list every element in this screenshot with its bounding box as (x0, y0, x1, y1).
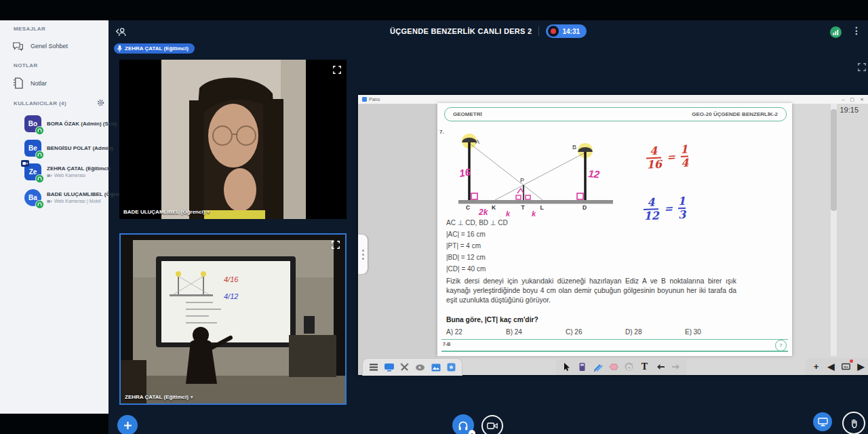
menu-icon[interactable] (368, 361, 379, 373)
page-navigation-toolbar: + ◀ ▶ (806, 358, 868, 375)
handwritten-ratio-red: 416 = 14 (646, 144, 689, 170)
svg-text:C: C (466, 204, 470, 211)
add-page-icon[interactable]: + (810, 361, 822, 372)
recording-time: 14:31 (562, 28, 580, 35)
chat-icon (12, 41, 24, 52)
users-section-header: KULLANICILAR (4) (14, 100, 66, 106)
document-scrollbar[interactable] (831, 104, 837, 356)
add-action-button[interactable] (117, 415, 138, 434)
tools-icon[interactable] (399, 361, 410, 373)
user-row[interactable]: Be BENGİSU POLAT (Admin) (24, 138, 106, 157)
user-name: BADE ULUÇAMLIBEL (Öğrenci) (47, 191, 128, 197)
board-pages-icon[interactable] (840, 361, 852, 372)
fullscreen-icon[interactable] (856, 61, 867, 73)
svg-text:B: B (572, 144, 576, 151)
svg-text:k: k (506, 210, 511, 217)
leave-participants-icon[interactable] (115, 26, 127, 37)
chevron-down-icon: ▾ (191, 395, 193, 400)
option-c[interactable]: C) 26 (566, 328, 625, 336)
fullscreen-icon[interactable] (330, 239, 341, 250)
next-page-icon[interactable]: ▶ (855, 361, 867, 372)
navigator-icon[interactable] (414, 361, 426, 373)
worksheet-header: GEOMETRİ GEO-20 ÜÇGENDE BENZERLİK-2 (444, 107, 787, 121)
recording-timer-pill[interactable]: 14:31 (546, 24, 587, 38)
shared-window: Pano –▢✕ 19:15 GEOMETRİ GEO-20 ÜÇGENDE B… (358, 95, 868, 375)
webcam-button[interactable] (481, 415, 503, 434)
svg-text:2k: 2k (478, 208, 489, 217)
headset-badge-icon (35, 151, 44, 159)
shared-screen-clock: 19:15 (840, 106, 859, 114)
given-line: |BD| = 12 cm (446, 252, 508, 263)
footer-rule-thick (441, 351, 788, 352)
screenshare-button[interactable] (813, 412, 832, 431)
svg-text:12: 12 (588, 167, 601, 180)
user-row[interactable]: Bo BORA ÖZAK (Admin) (Sen) (24, 114, 106, 133)
option-b[interactable]: B) 24 (506, 328, 566, 336)
undo-icon[interactable] (654, 361, 666, 372)
monitor-icon (818, 418, 828, 427)
whiteboard-left-toolbar (362, 358, 462, 376)
user-name: BENGİSU POLAT (Admin) (47, 145, 113, 151)
app-launcher-icon[interactable] (446, 361, 457, 373)
active-speaker-name: ZEHRA ÇATAL (Eğitimci) (125, 45, 189, 52)
video-tile-teacher[interactable]: 4/16 4/12 ZEHRA ÇATAL (Eğitimci)▾ (119, 233, 347, 405)
eraser-tool-icon[interactable] (608, 361, 619, 372)
question-number: 7. (439, 129, 444, 135)
user-row[interactable]: Ze ZEHRA ÇATAL (Eğitimci) Web Kamerası (24, 160, 106, 183)
window-controls[interactable]: –▢✕ (842, 97, 864, 102)
svg-text:k: k (532, 210, 536, 217)
webcam-icon (487, 422, 498, 430)
camera-mini-icon (47, 199, 52, 203)
close-icon: ✕ (860, 97, 864, 102)
user-name: BORA ÖZAK (Admin) (Sen) (47, 121, 117, 127)
library-image-icon[interactable] (430, 361, 441, 373)
drawer-handle[interactable] (358, 235, 368, 274)
board-display-icon[interactable] (383, 361, 395, 373)
sidebar-item-label: Genel Sohbet (31, 43, 68, 50)
option-d[interactable]: D) 28 (625, 328, 685, 336)
messages-section-header: MESAJLAR (14, 26, 45, 32)
option-e[interactable]: E) 30 (685, 328, 745, 336)
audio-button[interactable]: ▾ (452, 414, 474, 434)
option-a[interactable]: A) 22 (446, 328, 506, 336)
video-tile-student[interactable]: BADE ULUÇAMLIBEL (Öğrenci)▾ (119, 60, 347, 219)
svg-text:4/12: 4/12 (224, 292, 238, 300)
video-name-label[interactable]: ZEHRA ÇATAL (Eğitimci)▾ (125, 394, 193, 400)
worksheet-code: GEO-20 ÜÇGENDE BENZERLİK-2 (692, 111, 778, 117)
minimize-icon: – (842, 97, 845, 102)
video-name-label[interactable]: BADE ULUÇAMLIBEL (Öğrenci)▾ (123, 209, 210, 215)
physics-figure: A B P C K T L D 16 12 2k k k (454, 132, 620, 220)
svg-text:K: K (492, 204, 496, 211)
svg-text:16: 16 (458, 166, 472, 179)
problem-paragraph: Fizik dersi deneyi için yukarıdaki düzen… (446, 277, 736, 306)
raise-hand-button[interactable] (842, 412, 865, 434)
hand-icon (850, 418, 859, 429)
sidebar-item-notes[interactable]: Notlar (12, 75, 100, 92)
audio-options-badge[interactable]: ▾ (469, 430, 475, 434)
sidebar: MESAJLAR Genel Sohbet NOTLAR Notlar KULL… (0, 20, 108, 414)
notification-dot (850, 359, 853, 363)
footer-rule-thin (441, 339, 788, 340)
previous-page-icon[interactable]: ◀ (825, 361, 837, 372)
fullscreen-icon[interactable] (331, 64, 342, 75)
text-tool-icon[interactable]: T (639, 361, 650, 372)
answer-options: A) 22 B) 24 C) 26 D) 28 E) 30 (446, 328, 745, 336)
webcam-chip-icon (21, 160, 29, 167)
active-speaker-pill[interactable]: ZEHRA ÇATAL (Eğitimci) (114, 43, 195, 54)
connection-signal-icon[interactable] (830, 26, 842, 38)
panel-tool-icon[interactable] (576, 361, 588, 372)
recording-dot-icon (548, 26, 559, 37)
svg-text:A: A (475, 138, 479, 145)
kebab-menu-icon[interactable]: ⋮ (852, 25, 861, 36)
cursor-tool-icon[interactable] (561, 361, 572, 372)
topbar-divider (538, 26, 539, 36)
user-subtitle: Web Kamerası (47, 173, 111, 178)
sidebar-item-chat[interactable]: Genel Sohbet (12, 38, 100, 54)
redo-icon[interactable] (670, 361, 682, 372)
pen-tool-icon[interactable] (592, 361, 604, 372)
pan-hand-tool-icon[interactable] (623, 361, 635, 372)
user-row[interactable]: Ba BADE ULUÇAMLIBEL (Öğrenci) Web Kamera… (24, 186, 106, 209)
gear-icon[interactable] (95, 97, 106, 108)
chevron-down-icon: ▾ (207, 210, 210, 215)
footer-question-badge: 7 (775, 340, 787, 351)
